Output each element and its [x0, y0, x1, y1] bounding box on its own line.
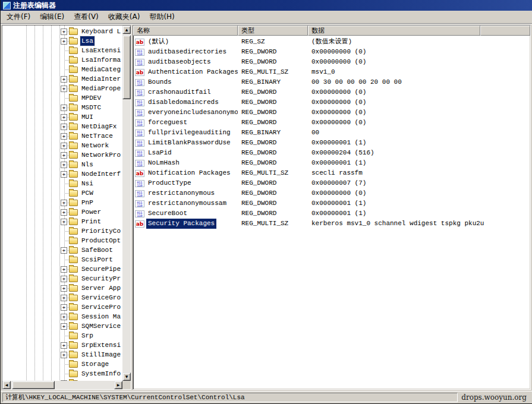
tree-item-nsi[interactable]: Nsi — [2, 179, 122, 188]
value-row-crashonauditfail[interactable]: 011 110crashonauditfailREG_DWORD0x000000… — [133, 87, 530, 97]
expand-icon[interactable]: + — [61, 323, 67, 330]
expand-icon[interactable]: + — [61, 285, 67, 292]
tree-item-lsaextensi[interactable]: LsaExtensi — [2, 46, 122, 55]
tree-item-mediaprope[interactable]: +MediaPrope — [2, 84, 122, 93]
expand-icon[interactable]: + — [61, 219, 67, 225]
tree-item-msdtc[interactable]: +MSDTC — [2, 103, 122, 112]
expand-icon[interactable]: + — [61, 152, 67, 159]
value-row-authentication-packages[interactable]: abAuthentication PackagesREG_MULTI_SZmsv… — [133, 67, 530, 77]
tree-item-servicegro[interactable]: +ServiceGro — [2, 293, 122, 302]
expand-icon[interactable]: + — [61, 38, 67, 45]
value-row-lsapid[interactable]: 011 110LsaPidREG_DWORD0x00000204 (516) — [133, 148, 530, 158]
column-header-type[interactable]: 类型 — [238, 26, 308, 36]
expand-icon[interactable]: + — [61, 143, 67, 149]
value-row-notification-packages[interactable]: abNotification PackagesREG_MULTI_SZscecl… — [133, 168, 530, 178]
expand-icon[interactable]: + — [61, 86, 67, 92]
tree-item-network[interactable]: +Network — [2, 141, 122, 150]
tree-item-mediacateg[interactable]: MediaCateg — [2, 65, 122, 74]
vertical-scroll-track[interactable] — [122, 34, 131, 373]
value-row-disabledomaincreds[interactable]: 011 110disabledomaincredsREG_DWORD0x0000… — [133, 97, 530, 108]
value-row-auditbasedirectories[interactable]: 011 110auditbasedirectoriesREG_DWORD0x00… — [133, 47, 530, 57]
tree-item-servicepro[interactable]: +ServicePro — [2, 302, 122, 312]
horizontal-scroll-thumb[interactable] — [12, 381, 55, 389]
tree-item-power[interactable]: +Power — [2, 207, 122, 217]
expand-icon[interactable]: + — [61, 200, 67, 206]
scroll-down-button[interactable]: ▼ — [122, 373, 131, 381]
tree-vertical-scrollbar[interactable]: ▲ ▼ — [122, 26, 131, 381]
tree-item-securitypr[interactable]: +SecurityPr — [2, 274, 122, 283]
expand-icon[interactable]: + — [61, 133, 67, 140]
expand-icon[interactable]: + — [61, 105, 67, 111]
expand-icon[interactable]: + — [61, 171, 67, 178]
value-row-forceguest[interactable]: 011 110forceguestREG_DWORD0x00000000 (0) — [133, 118, 530, 128]
tree-item-server-app[interactable]: +Server App — [2, 283, 122, 293]
tree-item-systeminfo[interactable]: SystemInfo — [2, 369, 122, 378]
tree-item-netdiagfx[interactable]: +NetDiagFx — [2, 122, 122, 131]
expand-icon[interactable]: + — [61, 380, 67, 381]
tree-item-session-ma[interactable]: +Session Ma — [2, 312, 122, 321]
tree-item-pnp[interactable]: +PnP — [2, 198, 122, 207]
tree-item-nodeinterf[interactable]: +NodeInterf — [2, 169, 122, 179]
value-row-restrictanonymoussam[interactable]: 011 110restrictanonymoussamREG_DWORD0x00… — [133, 198, 530, 209]
expand-icon[interactable]: + — [61, 342, 67, 349]
tree-item-safeboot[interactable]: +SafeBoot — [2, 245, 122, 255]
horizontal-scroll-track[interactable] — [11, 381, 114, 389]
expand-icon[interactable]: + — [61, 304, 67, 311]
tree-item-mediainter[interactable]: +MediaInter — [2, 74, 122, 84]
value-row-item[interactable]: ab(默认)REG_SZ(数值未设置) — [133, 37, 530, 47]
value-row-restrictanonymous[interactable]: 011 110restrictanonymousREG_DWORD0x00000… — [133, 188, 530, 198]
column-header-data[interactable]: 数据 — [308, 26, 480, 36]
tree-item-print[interactable]: +Print — [2, 217, 122, 226]
titlebar[interactable]: 注册表编辑器 — [1, 0, 532, 11]
menu-favorites[interactable]: 收藏夹(A) — [103, 11, 145, 23]
value-row-everyoneincludesanonymous[interactable]: 011 110everyoneincludesanonymousREG_DWOR… — [133, 108, 530, 118]
scroll-left-button[interactable]: ◀ — [2, 381, 11, 389]
tree-item-lsainforma[interactable]: LsaInforma — [2, 55, 122, 65]
expand-icon[interactable]: + — [61, 295, 67, 301]
tree-item-productopt[interactable]: ProductOpt — [2, 236, 122, 245]
tree-horizontal-scrollbar[interactable]: ◀ ▶ — [2, 381, 122, 389]
tree-item-scsiport[interactable]: ScsiPort — [2, 255, 122, 264]
expand-icon[interactable]: + — [61, 314, 67, 320]
tree-item-keyboard-l[interactable]: +Keyboard L — [2, 27, 122, 36]
tree-item-mpdev[interactable]: MPDEV — [2, 93, 122, 103]
vertical-scroll-thumb[interactable] — [122, 35, 131, 99]
scroll-up-button[interactable]: ▲ — [122, 26, 131, 34]
column-header-name[interactable]: 名称 — [133, 26, 238, 36]
tree-item-mui[interactable]: +MUI — [2, 112, 122, 122]
tree-item-srp[interactable]: Srp — [2, 331, 122, 340]
tree-item-sqmservice[interactable]: +SQMService — [2, 321, 122, 331]
tree-item-networkpro[interactable]: +NetworkPro — [2, 150, 122, 160]
expand-icon[interactable]: + — [61, 276, 67, 282]
menu-help[interactable]: 帮助(H) — [144, 11, 179, 23]
app-icon[interactable] — [3, 2, 11, 10]
expand-icon[interactable]: + — [61, 247, 67, 254]
expand-icon[interactable]: + — [61, 352, 67, 358]
tree-item-stillimage[interactable]: +StillImage — [2, 350, 122, 359]
tree-item-lsa[interactable]: +Lsa — [2, 36, 122, 46]
value-row-producttype[interactable]: 011 110ProductTypeREG_DWORD0x00000007 (7… — [133, 178, 530, 188]
menu-view[interactable]: 查看(V) — [69, 11, 103, 23]
scroll-right-button[interactable]: ▶ — [114, 381, 122, 389]
tree-item-nettrace[interactable]: +NetTrace — [2, 131, 122, 141]
menu-edit[interactable]: 编辑(E) — [35, 11, 69, 23]
tree-item-srpextensi[interactable]: +SrpExtensi — [2, 340, 122, 350]
expand-icon[interactable]: + — [61, 29, 67, 35]
tree-item-pcw[interactable]: PCW — [2, 188, 122, 198]
menu-file[interactable]: 文件(F) — [2, 11, 35, 23]
value-row-auditbaseobjects[interactable]: 011 110auditbaseobjectsREG_DWORD0x000000… — [133, 57, 530, 67]
value-row-bounds[interactable]: 011 110BoundsREG_BINARY00 30 00 00 00 20… — [133, 77, 530, 87]
expand-icon[interactable]: + — [61, 114, 67, 121]
tree-item-nls[interactable]: +Nls — [2, 160, 122, 169]
tree-item-priorityco[interactable]: PriorityCo — [2, 226, 122, 236]
expand-icon[interactable]: + — [61, 76, 67, 83]
expand-icon[interactable]: + — [61, 162, 67, 168]
expand-icon[interactable]: + — [61, 124, 67, 130]
value-row-fullprivilegeauditing[interactable]: 011 110fullprivilegeauditingREG_BINARY00 — [133, 128, 530, 138]
expand-icon[interactable]: + — [61, 266, 67, 273]
value-row-secureboot[interactable]: 011 110SecureBootREG_DWORD0x00000001 (1) — [133, 209, 530, 219]
tree-item-securepipe[interactable]: +SecurePipe — [2, 264, 122, 274]
expand-icon[interactable]: + — [61, 209, 67, 216]
value-row-security-packages[interactable]: abSecurity PackagesREG_MULTI_SZkerberos … — [133, 219, 530, 229]
value-row-limitblankpassworduse[interactable]: 011 110LimitBlankPasswordUseREG_DWORD0x0… — [133, 138, 530, 148]
